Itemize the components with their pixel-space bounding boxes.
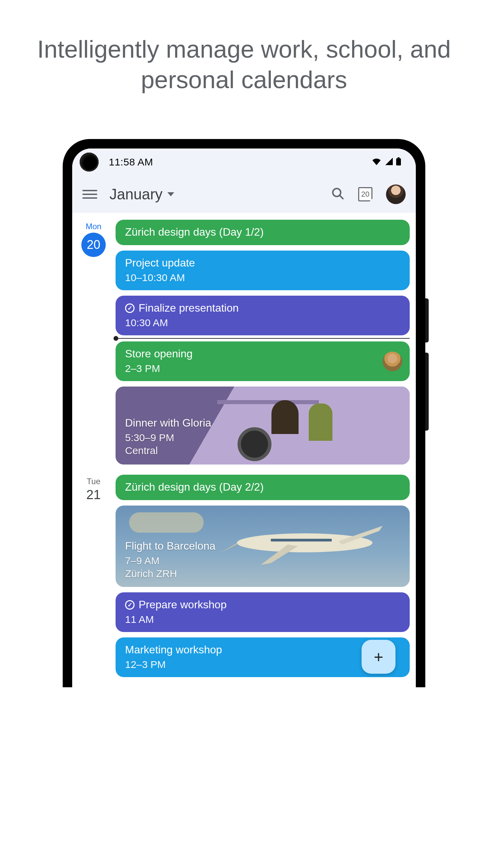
- current-time-indicator: [116, 338, 410, 339]
- event-time: 10–10:30 AM: [125, 272, 400, 283]
- camera-hole: [80, 153, 99, 172]
- svg-rect-0: [396, 158, 401, 165]
- schedule-view[interactable]: Mon20Zürich design days (Day 1/2)Project…: [72, 213, 416, 677]
- event-title: Project update: [125, 257, 400, 269]
- phone-frame: 11:58 AM January 20: [63, 139, 425, 687]
- event-title: Store opening: [125, 348, 400, 360]
- today-button[interactable]: 20: [358, 187, 372, 201]
- event-time: 11 AM: [125, 614, 400, 625]
- event-time: 12–3 PM: [125, 659, 400, 670]
- marketing-headline: Intelligently manage work, school, and p…: [0, 34, 488, 95]
- phone-side-button: [425, 298, 429, 342]
- event-card[interactable]: Store opening2–3 PM: [116, 341, 410, 381]
- event-title: Marketing workshop: [125, 644, 400, 656]
- day-row: Mon20Zürich design days (Day 1/2)Project…: [78, 220, 410, 465]
- account-avatar[interactable]: [386, 184, 406, 204]
- event-time: 7–9 AM: [125, 555, 400, 567]
- date-header[interactable]: Tue21: [78, 475, 109, 677]
- event-location: Zürich ZRH: [125, 568, 400, 579]
- event-card[interactable]: Dinner with Gloria5:30–9 PMCentral: [116, 387, 410, 465]
- event-title: Dinner with Gloria: [125, 417, 400, 429]
- appbar: January 20: [72, 176, 416, 213]
- menu-icon[interactable]: [82, 188, 97, 201]
- date-number: 21: [86, 488, 101, 502]
- svg-rect-1: [398, 157, 400, 158]
- task-check-icon: [125, 600, 135, 610]
- event-card[interactable]: Prepare workshop11 AM: [116, 592, 410, 632]
- event-time: 10:30 AM: [125, 317, 400, 329]
- event-location: Central: [125, 445, 400, 456]
- battery-icon: [396, 157, 401, 167]
- event-time: 2–3 PM: [125, 363, 400, 374]
- statusbar-clock: 11:58 AM: [109, 156, 153, 168]
- chevron-down-icon: [167, 192, 174, 196]
- event-title: Prepare workshop: [125, 598, 400, 611]
- statusbar: 11:58 AM: [72, 149, 416, 176]
- day-of-week: Mon: [86, 222, 102, 231]
- events-column: Zürich design days (Day 1/2)Project upda…: [116, 220, 410, 465]
- event-title: Finalize presentation: [125, 302, 400, 314]
- calendar-day-icon: 20: [358, 187, 372, 201]
- search-icon[interactable]: [331, 187, 345, 202]
- svg-line-3: [340, 195, 343, 199]
- phone-side-button: [425, 353, 429, 431]
- event-card[interactable]: Zürich design days (Day 2/2): [116, 475, 410, 500]
- cell-signal-icon: [385, 158, 393, 166]
- task-check-icon: [125, 303, 135, 313]
- guest-avatar: [383, 352, 402, 371]
- screen: 11:58 AM January 20: [72, 149, 416, 687]
- event-card[interactable]: Flight to Barcelona7–9 AMZürich ZRH: [116, 506, 410, 587]
- create-event-fab[interactable]: +: [362, 640, 395, 674]
- wifi-icon: [372, 158, 381, 166]
- month-dropdown[interactable]: January: [109, 186, 174, 203]
- day-row: Tue21Zürich design days (Day 2/2)Flight …: [78, 475, 410, 677]
- day-of-week: Tue: [87, 477, 100, 486]
- event-title: Zürich design days (Day 1/2): [125, 226, 400, 238]
- plus-icon: +: [374, 648, 383, 666]
- event-title: Zürich design days (Day 2/2): [125, 481, 400, 493]
- event-title: Flight to Barcelona: [125, 540, 400, 552]
- event-time: 5:30–9 PM: [125, 432, 400, 443]
- date-header[interactable]: Mon20: [78, 220, 109, 465]
- event-card[interactable]: Zürich design days (Day 1/2): [116, 220, 410, 245]
- event-card[interactable]: Project update10–10:30 AM: [116, 251, 410, 290]
- month-label: January: [109, 186, 163, 203]
- event-card[interactable]: Finalize presentation10:30 AM: [116, 296, 410, 335]
- date-number: 20: [81, 233, 106, 257]
